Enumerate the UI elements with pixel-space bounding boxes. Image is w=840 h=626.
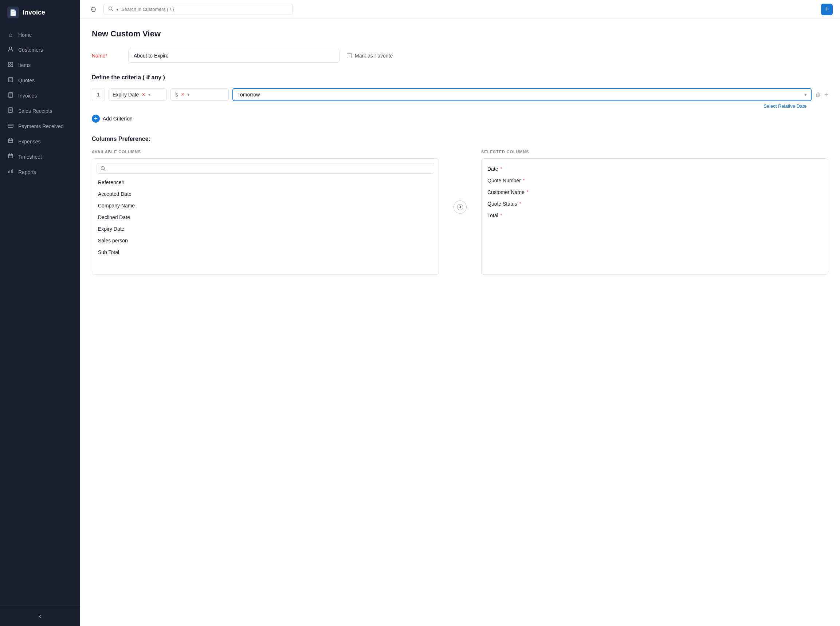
criteria-operator-clear[interactable]: ✕ bbox=[181, 92, 185, 97]
criteria-field-arrow[interactable]: ▾ bbox=[148, 93, 150, 97]
name-form-row: Name* Mark as Favorite bbox=[92, 49, 828, 63]
selected-columns-box: Date* Quote Number* Customer Name* Quote… bbox=[481, 158, 828, 275]
svg-rect-5 bbox=[8, 78, 13, 82]
reports-icon bbox=[7, 169, 14, 176]
svg-point-0 bbox=[9, 47, 12, 49]
search-input[interactable] bbox=[121, 6, 288, 12]
refresh-button[interactable] bbox=[88, 4, 99, 15]
col-selected-date[interactable]: Date* bbox=[486, 163, 824, 175]
sidebar-item-expenses[interactable]: Expenses bbox=[0, 134, 80, 149]
sidebar-label-customers: Customers bbox=[18, 47, 43, 53]
sidebar-label-reports: Reports bbox=[18, 169, 36, 175]
col-available-declined-date[interactable]: Declined Date bbox=[97, 211, 434, 223]
criteria-section: Define the criteria ( if any ) 1 Expiry … bbox=[92, 74, 828, 124]
svg-rect-8 bbox=[8, 139, 13, 143]
col-available-sub-total[interactable]: Sub Total bbox=[97, 246, 434, 258]
sidebar-label-quotes: Quotes bbox=[18, 78, 35, 83]
columns-preference-section: Columns Preference: AVAILABLE COLUMNS Re… bbox=[92, 136, 828, 275]
criteria-field-label: Expiry Date bbox=[113, 92, 139, 97]
criteria-row-1: 1 Expiry Date ✕ ▾ is ✕ ▾ Tomorrow ▾ bbox=[92, 88, 828, 101]
sidebar-label-invoices: Invoices bbox=[18, 93, 37, 99]
criteria-row-actions: 🗑 + bbox=[815, 91, 828, 99]
col-selected-quote-number[interactable]: Quote Number* bbox=[486, 175, 824, 186]
search-scope[interactable]: ▾ bbox=[116, 7, 118, 12]
add-criterion-button[interactable]: + Add Criterion bbox=[92, 113, 133, 124]
svg-rect-2 bbox=[11, 62, 13, 64]
sidebar-label-payments: Payments Received bbox=[18, 124, 64, 129]
criteria-operator-label: is bbox=[174, 92, 178, 97]
sidebar-collapse-button[interactable]: ‹ bbox=[0, 606, 80, 626]
criteria-value-select[interactable]: Tomorrow ▾ bbox=[232, 88, 812, 101]
col-available-reference[interactable]: Reference# bbox=[97, 177, 434, 188]
delete-criterion-button[interactable]: 🗑 bbox=[815, 91, 821, 98]
add-button[interactable]: + bbox=[821, 4, 833, 15]
search-icon bbox=[108, 6, 113, 13]
col-available-expiry-date[interactable]: Expiry Date bbox=[97, 223, 434, 235]
main-content: ▾ + New Custom View Name* Mark as Favori… bbox=[80, 0, 840, 626]
col-search-icon bbox=[100, 166, 106, 171]
selected-columns-header: SELECTED COLUMNS bbox=[481, 150, 828, 154]
col-available-accepted-date[interactable]: Accepted Date bbox=[97, 188, 434, 200]
name-label: Name* bbox=[92, 53, 121, 59]
quotes-icon bbox=[7, 77, 14, 84]
app-logo: 📄 Invoice bbox=[0, 0, 80, 25]
sidebar-item-payments-received[interactable]: Payments Received bbox=[0, 119, 80, 134]
sidebar-label-items: Items bbox=[18, 62, 31, 68]
svg-rect-3 bbox=[8, 65, 10, 67]
transfer-arrow[interactable] bbox=[454, 200, 466, 214]
svg-rect-4 bbox=[11, 65, 13, 67]
sidebar-item-sales-receipts[interactable]: Sales Receipts bbox=[0, 103, 80, 119]
col-available-company-name[interactable]: Company Name bbox=[97, 200, 434, 211]
customers-icon bbox=[7, 46, 14, 53]
add-criterion-label: Add Criterion bbox=[103, 116, 133, 122]
name-input[interactable] bbox=[128, 49, 339, 63]
sidebar: 📄 Invoice ⌂ Home Customers Items Quotes bbox=[0, 0, 80, 626]
criteria-field-clear[interactable]: ✕ bbox=[142, 92, 145, 97]
transfer-arrow-button[interactable] bbox=[454, 200, 466, 214]
app-name: Invoice bbox=[23, 9, 45, 16]
col-search-input[interactable] bbox=[108, 166, 430, 171]
available-columns-panel: AVAILABLE COLUMNS Reference# Accepted Da… bbox=[92, 150, 439, 275]
expenses-icon bbox=[7, 138, 14, 145]
mark-favorite-checkbox[interactable] bbox=[347, 53, 352, 58]
items-icon bbox=[7, 61, 14, 69]
sales-receipts-icon bbox=[7, 107, 14, 115]
mark-favorite-label[interactable]: Mark as Favorite bbox=[347, 53, 393, 59]
payments-icon bbox=[7, 123, 14, 130]
sidebar-item-items[interactable]: Items bbox=[0, 58, 80, 73]
available-columns-box: Reference# Accepted Date Company Name De… bbox=[92, 158, 439, 275]
sidebar-item-invoices[interactable]: Invoices bbox=[0, 88, 80, 103]
sidebar-item-quotes[interactable]: Quotes bbox=[0, 73, 80, 88]
relative-date-link[interactable]: Select Relative Date bbox=[92, 103, 807, 109]
content-area: New Custom View Name* Mark as Favorite D… bbox=[80, 19, 840, 626]
criteria-number: 1 bbox=[92, 88, 105, 101]
sidebar-label-home: Home bbox=[18, 32, 32, 38]
svg-rect-7 bbox=[8, 124, 13, 127]
logo-icon: 📄 bbox=[7, 6, 19, 18]
sidebar-item-timesheet[interactable]: Timesheet bbox=[0, 149, 80, 164]
col-selected-customer-name[interactable]: Customer Name* bbox=[486, 186, 824, 198]
selected-columns-panel: SELECTED COLUMNS Date* Quote Number* Cus… bbox=[481, 150, 828, 275]
columns-section-title: Columns Preference: bbox=[92, 136, 828, 142]
available-columns-search[interactable] bbox=[97, 163, 434, 174]
col-selected-total[interactable]: Total* bbox=[486, 210, 824, 221]
invoices-icon bbox=[7, 92, 14, 99]
columns-preference-layout: AVAILABLE COLUMNS Reference# Accepted Da… bbox=[92, 150, 828, 275]
sidebar-label-timesheet: Timesheet bbox=[18, 154, 42, 160]
search-bar[interactable]: ▾ bbox=[104, 4, 293, 15]
add-criterion-inline-button[interactable]: + bbox=[824, 91, 828, 99]
svg-rect-9 bbox=[8, 154, 13, 158]
criteria-title: Define the criteria ( if any ) bbox=[92, 74, 828, 81]
criteria-operator-select[interactable]: is ✕ ▾ bbox=[171, 88, 229, 101]
sidebar-item-customers[interactable]: Customers bbox=[0, 42, 80, 58]
criteria-value-arrow: ▾ bbox=[805, 93, 807, 97]
sidebar-item-home[interactable]: ⌂ Home bbox=[0, 28, 80, 42]
sidebar-label-sales-receipts: Sales Receipts bbox=[18, 108, 52, 114]
sidebar-nav: ⌂ Home Customers Items Quotes Invoices bbox=[0, 25, 80, 606]
add-criterion-icon: + bbox=[92, 115, 100, 123]
sidebar-item-reports[interactable]: Reports bbox=[0, 164, 80, 180]
criteria-field-select[interactable]: Expiry Date ✕ ▾ bbox=[108, 88, 167, 101]
criteria-operator-arrow[interactable]: ▾ bbox=[188, 93, 189, 97]
col-available-sales-person[interactable]: Sales person bbox=[97, 235, 434, 246]
col-selected-quote-status[interactable]: Quote Status* bbox=[486, 198, 824, 210]
